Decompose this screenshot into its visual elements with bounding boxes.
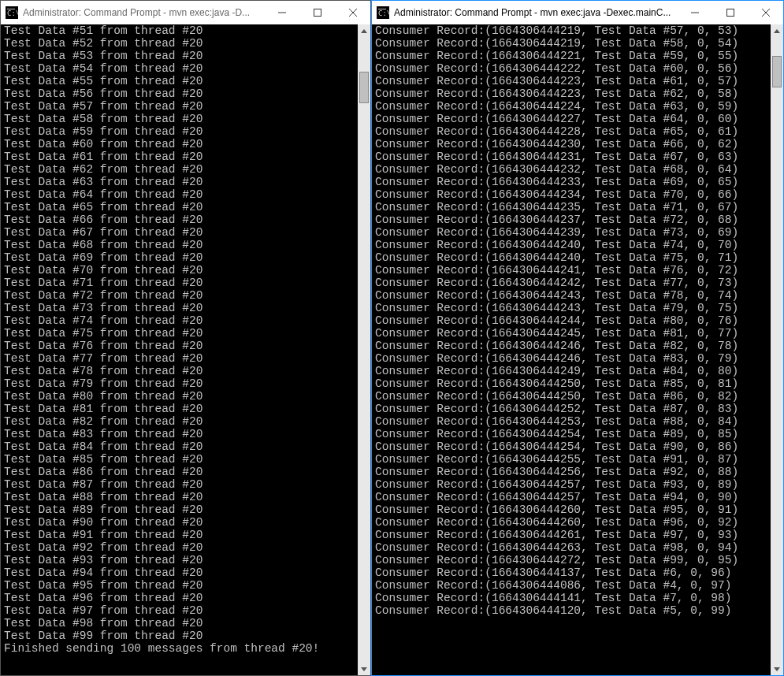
console-line: Consumer Record:(1664306444231, Test Dat… (375, 150, 767, 163)
scroll-down-button[interactable] (358, 663, 370, 675)
cmd-window-consumer: C:\ Administrator: Command Prompt - mvn … (371, 0, 784, 676)
console-line: Test Data #97 from thread #20 (4, 604, 355, 617)
console-line: Test Data #72 from thread #20 (4, 289, 355, 302)
console-line: Consumer Record:(1664306444261, Test Dat… (375, 529, 767, 541)
maximize-button[interactable] (299, 1, 335, 24)
console-line: Test Data #91 from thread #20 (4, 529, 355, 541)
console-line: Consumer Record:(1664306444224, Test Dat… (375, 100, 767, 113)
console-line: Consumer Record:(1664306444235, Test Dat… (375, 201, 767, 214)
console-line: Consumer Record:(1664306444086, Test Dat… (375, 579, 767, 592)
console-output[interactable]: Test Data #51 from thread #20Test Data #… (1, 24, 358, 675)
console-line: Test Data #96 from thread #20 (4, 592, 355, 604)
console-line: Consumer Record:(1664306444232, Test Dat… (375, 163, 767, 176)
svg-marker-17 (774, 667, 780, 671)
console-line: Test Data #65 from thread #20 (4, 201, 355, 214)
scroll-thumb[interactable] (359, 72, 369, 103)
console-line: Consumer Record:(1664306444255, Test Dat… (375, 453, 767, 466)
svg-text:C:\: C:\ (7, 9, 18, 17)
close-button[interactable] (748, 1, 783, 24)
console-line: Test Data #95 from thread #20 (4, 579, 355, 592)
console-line: Test Data #75 from thread #20 (4, 327, 355, 340)
scroll-up-button[interactable] (358, 24, 370, 37)
console-line: Test Data #94 from thread #20 (4, 566, 355, 579)
console-line: Test Data #56 from thread #20 (4, 87, 355, 100)
close-button[interactable] (335, 1, 370, 24)
console-line: Test Data #57 from thread #20 (4, 100, 355, 113)
console-line: Test Data #80 from thread #20 (4, 390, 355, 403)
console-line: Consumer Record:(1664306444246, Test Dat… (375, 340, 767, 352)
console-line: Consumer Record:(1664306444245, Test Dat… (375, 327, 767, 340)
console-line: Consumer Record:(1664306444240, Test Dat… (375, 239, 767, 251)
console-line: Test Data #81 from thread #20 (4, 403, 355, 415)
console-line: Consumer Record:(1664306444243, Test Dat… (375, 302, 767, 314)
console-line: Consumer Record:(1664306444257, Test Dat… (375, 478, 767, 491)
console-line: Test Data #74 from thread #20 (4, 314, 355, 327)
vertical-scrollbar[interactable] (771, 24, 783, 675)
console-line: Consumer Record:(1664306444244, Test Dat… (375, 314, 767, 327)
console-line: Consumer Record:(1664306444120, Test Dat… (375, 604, 767, 617)
console-line: Test Data #99 from thread #20 (4, 630, 355, 642)
console-line: Consumer Record:(1664306444222, Test Dat… (375, 62, 767, 75)
console-line: Consumer Record:(1664306444141, Test Dat… (375, 592, 767, 604)
console-line: Consumer Record:(1664306444243, Test Dat… (375, 289, 767, 302)
svg-marker-16 (774, 29, 780, 33)
console-line: Consumer Record:(1664306444228, Test Dat… (375, 125, 767, 138)
scroll-down-button[interactable] (771, 663, 783, 675)
console-line: Test Data #53 from thread #20 (4, 50, 355, 62)
console-line: Test Data #87 from thread #20 (4, 478, 355, 491)
console-line: Consumer Record:(1664306444260, Test Dat… (375, 516, 767, 529)
console-line: Test Data #64 from thread #20 (4, 188, 355, 201)
svg-marker-8 (361, 667, 367, 671)
svg-rect-13 (726, 9, 734, 17)
console-line: Consumer Record:(1664306444253, Test Dat… (375, 415, 767, 428)
console-line: Test Data #73 from thread #20 (4, 302, 355, 314)
console-line: Test Data #89 from thread #20 (4, 503, 355, 516)
scroll-up-button[interactable] (771, 24, 783, 37)
console-line: Consumer Record:(1664306444252, Test Dat… (375, 403, 767, 415)
console-line: Test Data #58 from thread #20 (4, 113, 355, 125)
console-line: Consumer Record:(1664306444242, Test Dat… (375, 277, 767, 289)
console-line: Consumer Record:(1664306444240, Test Dat… (375, 251, 767, 264)
console-line: Consumer Record:(1664306444239, Test Dat… (375, 226, 767, 239)
console-line: Consumer Record:(1664306444234, Test Dat… (375, 188, 767, 201)
console-line: Consumer Record:(1664306444254, Test Dat… (375, 428, 767, 440)
console-line: Test Data #68 from thread #20 (4, 239, 355, 251)
console-line: Test Data #63 from thread #20 (4, 176, 355, 188)
console-line: Test Data #86 from thread #20 (4, 466, 355, 478)
console-line: Test Data #82 from thread #20 (4, 415, 355, 428)
titlebar[interactable]: C:\ Administrator: Command Prompt - mvn … (1, 1, 370, 24)
console-line: Consumer Record:(1664306444260, Test Dat… (375, 503, 767, 516)
titlebar[interactable]: C:\ Administrator: Command Prompt - mvn … (372, 1, 783, 24)
console-line: Test Data #52 from thread #20 (4, 37, 355, 50)
console-line: Consumer Record:(1664306444241, Test Dat… (375, 264, 767, 277)
console-line: Consumer Record:(1664306444219, Test Dat… (375, 37, 767, 50)
console-line: Consumer Record:(1664306444230, Test Dat… (375, 138, 767, 150)
console-line: Test Data #61 from thread #20 (4, 150, 355, 163)
console-line: Consumer Record:(1664306444246, Test Dat… (375, 352, 767, 365)
console-line: Test Data #93 from thread #20 (4, 554, 355, 566)
svg-text:C:\: C:\ (378, 9, 389, 17)
window-controls (264, 1, 370, 24)
console-output[interactable]: Consumer Record:(1664306444219, Test Dat… (372, 24, 771, 675)
console-line: Consumer Record:(1664306444254, Test Dat… (375, 440, 767, 453)
minimize-button[interactable] (264, 1, 299, 24)
console-line: Test Data #71 from thread #20 (4, 277, 355, 289)
console-line: Consumer Record:(1664306444227, Test Dat… (375, 113, 767, 125)
scroll-thumb[interactable] (772, 56, 782, 87)
console-line: Test Data #77 from thread #20 (4, 352, 355, 365)
vertical-scrollbar[interactable] (358, 24, 370, 675)
console-line: Consumer Record:(1664306444249, Test Dat… (375, 365, 767, 377)
minimize-button[interactable] (677, 1, 712, 24)
cmd-icon: C:\ (6, 6, 18, 19)
console-line: Test Data #85 from thread #20 (4, 453, 355, 466)
console-line: Test Data #67 from thread #20 (4, 226, 355, 239)
console-line: Test Data #54 from thread #20 (4, 62, 355, 75)
console-line: Test Data #83 from thread #20 (4, 428, 355, 440)
console-line: Test Data #78 from thread #20 (4, 365, 355, 377)
maximize-button[interactable] (712, 1, 748, 24)
console-line: Test Data #60 from thread #20 (4, 138, 355, 150)
console-line: Test Data #90 from thread #20 (4, 516, 355, 529)
window-title: Administrator: Command Prompt - mvn exec… (394, 7, 677, 18)
console-line: Consumer Record:(1664306444250, Test Dat… (375, 377, 767, 390)
console-line: Test Data #84 from thread #20 (4, 440, 355, 453)
